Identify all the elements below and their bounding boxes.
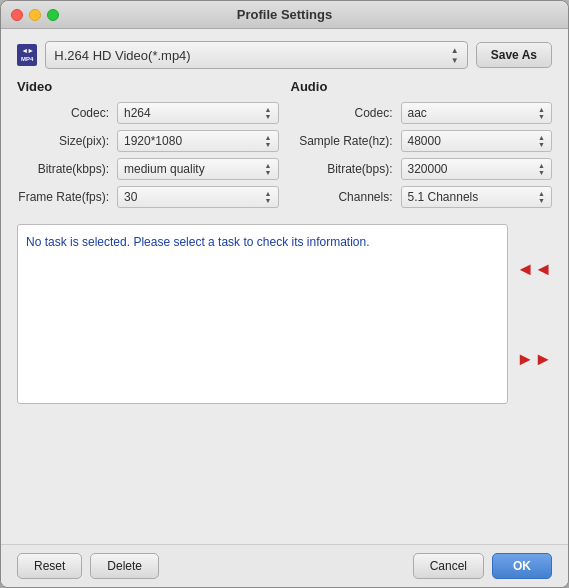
side-nav: ◄◄ ►►: [508, 224, 552, 404]
audio-bitrate-row: Bitrate(bps): 320000 ▲ ▼: [291, 158, 553, 180]
main-content: No task is selected. Please select a tas…: [17, 224, 508, 404]
info-box: No task is selected. Please select a tas…: [17, 224, 508, 404]
next-arrow[interactable]: ►►: [516, 350, 552, 368]
audio-channels-value: 5.1 Channels: [408, 190, 539, 204]
icon-label: MP4: [21, 56, 33, 63]
profile-select[interactable]: H.264 HD Video(*.mp4) ▲ ▼: [45, 41, 467, 69]
video-codec-value: h264: [124, 106, 265, 120]
video-size-select[interactable]: 1920*1080 ▲ ▼: [117, 130, 279, 152]
video-framerate-arrows: ▲ ▼: [265, 190, 272, 204]
profile-select-arrows: ▲ ▼: [451, 46, 459, 65]
video-bitrate-value: medium quality: [124, 162, 265, 176]
profile-icon: ◄► MP4: [17, 44, 37, 66]
bottom-bar: Reset Delete Cancel OK: [1, 544, 568, 587]
audio-samplerate-label: Sample Rate(hz):: [291, 134, 401, 148]
audio-samplerate-select[interactable]: 48000 ▲ ▼: [401, 130, 553, 152]
audio-bitrate-value: 320000: [408, 162, 539, 176]
video-panel-title: Video: [17, 79, 279, 94]
icon-arrows: ◄►: [21, 47, 33, 55]
save-as-button[interactable]: Save As: [476, 42, 552, 68]
reset-button[interactable]: Reset: [17, 553, 82, 579]
video-codec-row: Codec: h264 ▲ ▼: [17, 102, 279, 124]
cancel-button[interactable]: Cancel: [413, 553, 484, 579]
maximize-button[interactable]: [47, 9, 59, 21]
audio-samplerate-arrows: ▲ ▼: [538, 134, 545, 148]
audio-bitrate-select[interactable]: 320000 ▲ ▼: [401, 158, 553, 180]
video-panel: Video Codec: h264 ▲ ▼ Size(pix): 1920*10: [17, 79, 279, 214]
video-size-value: 1920*1080: [124, 134, 265, 148]
close-button[interactable]: [11, 9, 23, 21]
audio-bitrate-label: Bitrate(bps):: [291, 162, 401, 176]
video-codec-label: Codec:: [17, 106, 117, 120]
info-text: No task is selected. Please select a tas…: [26, 235, 370, 249]
video-size-arrows: ▲ ▼: [265, 134, 272, 148]
audio-channels-label: Channels:: [291, 190, 401, 204]
window-title: Profile Settings: [237, 7, 332, 22]
bottom-right-buttons: Cancel OK: [413, 553, 552, 579]
audio-channels-arrows: ▲ ▼: [538, 190, 545, 204]
video-framerate-label: Frame Rate(fps):: [17, 190, 117, 204]
bottom-left-buttons: Reset Delete: [17, 553, 159, 579]
video-codec-select[interactable]: h264 ▲ ▼: [117, 102, 279, 124]
audio-panel: Audio Codec: aac ▲ ▼ Sample Rate(hz): 48: [291, 79, 553, 214]
window-content: ◄► MP4 H.264 HD Video(*.mp4) ▲ ▼ Save As…: [1, 29, 568, 544]
main-area: No task is selected. Please select a tas…: [17, 224, 552, 404]
audio-samplerate-value: 48000: [408, 134, 539, 148]
video-size-label: Size(pix):: [17, 134, 117, 148]
video-codec-arrows: ▲ ▼: [265, 106, 272, 120]
ok-button[interactable]: OK: [492, 553, 552, 579]
settings-panels: Video Codec: h264 ▲ ▼ Size(pix): 1920*10: [17, 79, 552, 214]
video-bitrate-select[interactable]: medium quality ▲ ▼: [117, 158, 279, 180]
audio-codec-label: Codec:: [291, 106, 401, 120]
video-framerate-select[interactable]: 30 ▲ ▼: [117, 186, 279, 208]
audio-codec-value: aac: [408, 106, 539, 120]
audio-channels-select[interactable]: 5.1 Channels ▲ ▼: [401, 186, 553, 208]
audio-channels-row: Channels: 5.1 Channels ▲ ▼: [291, 186, 553, 208]
audio-codec-select[interactable]: aac ▲ ▼: [401, 102, 553, 124]
title-bar: Profile Settings: [1, 1, 568, 29]
audio-bitrate-arrows: ▲ ▼: [538, 162, 545, 176]
prev-arrow[interactable]: ◄◄: [516, 260, 552, 278]
window-controls: [11, 9, 59, 21]
video-bitrate-arrows: ▲ ▼: [265, 162, 272, 176]
profile-settings-window: Profile Settings ◄► MP4 H.264 HD Video(*…: [0, 0, 569, 588]
video-size-row: Size(pix): 1920*1080 ▲ ▼: [17, 130, 279, 152]
audio-codec-arrows: ▲ ▼: [538, 106, 545, 120]
profile-select-text: H.264 HD Video(*.mp4): [54, 48, 450, 63]
video-bitrate-label: Bitrate(kbps):: [17, 162, 117, 176]
delete-button[interactable]: Delete: [90, 553, 159, 579]
video-framerate-row: Frame Rate(fps): 30 ▲ ▼: [17, 186, 279, 208]
video-framerate-value: 30: [124, 190, 265, 204]
video-bitrate-row: Bitrate(kbps): medium quality ▲ ▼: [17, 158, 279, 180]
profile-row: ◄► MP4 H.264 HD Video(*.mp4) ▲ ▼ Save As: [17, 41, 552, 69]
audio-samplerate-row: Sample Rate(hz): 48000 ▲ ▼: [291, 130, 553, 152]
minimize-button[interactable]: [29, 9, 41, 21]
audio-codec-row: Codec: aac ▲ ▼: [291, 102, 553, 124]
audio-panel-title: Audio: [291, 79, 553, 94]
